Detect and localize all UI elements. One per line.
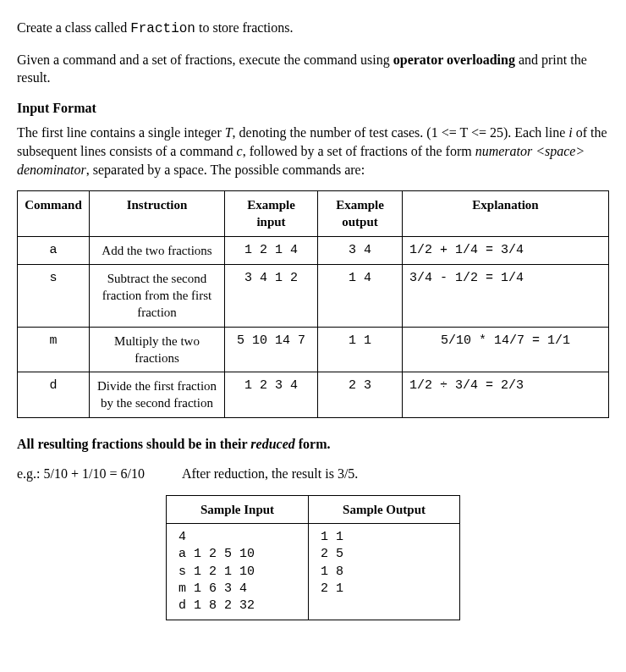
cell-example-output: 1 4: [318, 264, 403, 327]
text: , separated by a space. The possible com…: [86, 162, 365, 177]
sample-io-table: Sample Input Sample Output 4 a 1 2 5 10 …: [166, 495, 460, 621]
input-format-paragraph: The first line contains a single integer…: [17, 124, 609, 179]
text: Given a command and a set of fractions, …: [17, 52, 393, 67]
table-header-row: Command Instruction Example input Exampl…: [18, 191, 609, 237]
cell-example-input: 5 10 14 7: [225, 327, 318, 372]
cell-explanation: 1/2 + 1/4 = 3/4: [403, 236, 609, 264]
table-row: a Add the two fractions 1 2 1 4 3 4 1/2 …: [18, 236, 609, 264]
cell-example-input: 1 2 3 4: [225, 372, 318, 418]
cell-command: a: [18, 236, 90, 264]
after-reduction-text: After reduction, the result is 3/5.: [182, 465, 358, 483]
commands-table: Command Instruction Example input Exampl…: [17, 190, 609, 418]
reduce-example: e.g.: 5/10 + 1/10 = 6/10 After reduction…: [17, 465, 609, 483]
cell-instruction: Divide the first fraction by the second …: [90, 372, 225, 418]
col-explanation: Explanation: [403, 191, 609, 237]
text: , followed by a set of fractions of the …: [243, 144, 475, 158]
class-name: Fraction: [130, 21, 195, 36]
text: Create a class called: [17, 20, 130, 35]
cell-command: s: [18, 264, 90, 327]
cell-explanation: 5/10 * 14/7 = 1/1: [403, 327, 609, 372]
table-row: m Multiply the two fractions 5 10 14 7 1…: [18, 327, 609, 372]
intro-sentence-2: Given a command and a set of fractions, …: [17, 51, 609, 87]
col-example-input: Example input: [225, 191, 318, 237]
cell-command: d: [18, 372, 90, 418]
text: form.: [295, 437, 331, 451]
table-row: 4 a 1 2 5 10 s 1 2 1 10 m 1 6 3 4 d 1 8 …: [166, 524, 459, 620]
intro-sentence-1: Create a class called Fraction to store …: [17, 19, 609, 39]
cell-explanation: 1/2 ÷ 3/4 = 2/3: [403, 372, 609, 418]
table-row: s Subtract the second fraction from the …: [18, 264, 609, 327]
var-c: c: [237, 144, 243, 158]
cell-example-input: 1 2 1 4: [225, 236, 318, 264]
col-sample-input: Sample Input: [166, 495, 308, 523]
cell-explanation: 3/4 - 1/2 = 1/4: [403, 264, 609, 327]
var-T: T: [225, 125, 233, 140]
reduced-word: reduced: [250, 437, 294, 451]
text: to store fractions.: [195, 20, 294, 35]
cell-example-output: 1 1: [318, 327, 403, 372]
col-example-output: Example output: [318, 191, 403, 237]
table-row: d Divide the first fraction by the secon…: [18, 372, 609, 418]
cell-example-output: 2 3: [318, 372, 403, 418]
col-instruction: Instruction: [90, 191, 225, 237]
col-sample-output: Sample Output: [309, 495, 460, 523]
reduce-note: All resulting fractions should be in the…: [17, 435, 609, 454]
text: All resulting fractions should be in the…: [17, 437, 250, 451]
cell-example-input: 3 4 1 2: [225, 264, 318, 327]
text: The first line contains a single integer: [17, 125, 225, 140]
cell-instruction: Subtract the second fraction from the fi…: [90, 264, 225, 327]
section-heading-input-format: Input Format: [17, 99, 609, 118]
bold-phrase: operator overloading: [393, 52, 515, 67]
sample-input-cell: 4 a 1 2 5 10 s 1 2 1 10 m 1 6 3 4 d 1 8 …: [166, 524, 308, 620]
col-command: Command: [18, 191, 90, 237]
cell-example-output: 3 4: [318, 236, 403, 264]
text: , denoting the number of test cases. (1 …: [233, 125, 569, 140]
sample-output-cell: 1 1 2 5 1 8 2 1: [309, 524, 460, 620]
cell-instruction: Multiply the two fractions: [90, 327, 225, 372]
eg-text: e.g.: 5/10 + 1/10 = 6/10: [17, 466, 145, 481]
table-header-row: Sample Input Sample Output: [166, 495, 459, 523]
cell-instruction: Add the two fractions: [90, 236, 225, 264]
cell-command: m: [18, 327, 90, 372]
